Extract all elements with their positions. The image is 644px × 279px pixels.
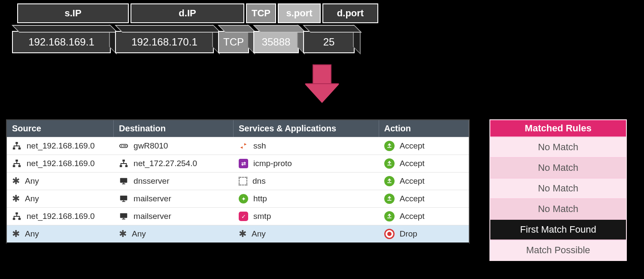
rule-row[interactable]: ✱Any✱Any✱AnyDrop (7, 225, 469, 243)
value-dip: 192.168.170.1 (115, 31, 214, 53)
rule-row[interactable]: net_192.168.169.0mailserver✓smtpAccept (7, 207, 469, 225)
svg-rect-21 (120, 213, 128, 218)
network-icon (119, 159, 128, 168)
svc-text: icmp-proto (253, 159, 292, 168)
http-icon: ✦ (239, 194, 248, 203)
accept-icon (384, 141, 395, 151)
dst-text: mailserver (134, 194, 171, 203)
any-icon: ✱ (239, 229, 246, 239)
svg-rect-18 (15, 212, 18, 215)
matched-title: Matched Rules (490, 120, 626, 136)
value-proto: TCP (218, 31, 249, 53)
rule-row[interactable]: ✱AnydnsserverdnsAccept (7, 172, 469, 190)
any-icon: ✱ (12, 229, 20, 239)
svg-rect-8 (18, 165, 21, 167)
svg-rect-17 (123, 200, 124, 202)
col-service: Services & Applications (234, 120, 379, 137)
rules-header-row: Source Destination Services & Applicatio… (7, 120, 469, 137)
smtp-icon: ✓ (239, 212, 248, 221)
network-icon (12, 141, 21, 151)
svg-rect-2 (18, 148, 21, 150)
value-dport: 25 (303, 31, 355, 53)
accept-icon (384, 158, 395, 169)
header-dip: d.IP (131, 3, 244, 23)
action-text: Accept (400, 212, 425, 221)
accept-icon (384, 176, 395, 186)
action-text: Accept (400, 159, 425, 168)
svg-rect-15 (120, 196, 128, 200)
svg-rect-11 (125, 165, 128, 167)
dst-text: dnsserver (134, 176, 169, 186)
any-icon: ✱ (12, 176, 20, 186)
src-text: Any (25, 176, 39, 186)
matched-row: No Match (490, 136, 626, 157)
svg-rect-9 (122, 160, 125, 162)
matched-row: No Match (490, 198, 626, 219)
host-icon (119, 194, 128, 203)
rule-row[interactable]: net_192.168.169.0net_172.27.254.0⇄icmp-p… (7, 155, 469, 172)
action-text: Accept (400, 194, 425, 203)
value-sip: 192.168.169.1 (12, 31, 111, 53)
dns-icon (239, 177, 247, 185)
svg-rect-5 (123, 146, 126, 146)
packet-value-row: 192.168.169.1 192.168.170.1 TCP 35888 25 (12, 31, 640, 53)
svg-rect-10 (120, 165, 122, 167)
rule-row[interactable]: ✱Anymailserver✦httpAccept (7, 190, 469, 207)
action-text: Drop (400, 229, 417, 239)
host-icon (119, 212, 128, 221)
svg-rect-14 (123, 183, 124, 184)
svg-rect-19 (13, 218, 15, 220)
svc-text: smtp (253, 212, 271, 221)
host-icon (119, 176, 128, 186)
src-text: Any (25, 194, 39, 203)
drop-icon (384, 229, 395, 239)
svg-rect-6 (15, 160, 18, 162)
value-sport: 35888 (253, 31, 299, 53)
arrow-down-icon (305, 64, 339, 107)
dst-text: mailserver (134, 212, 171, 221)
matched-row: No Match (490, 157, 626, 178)
header-sip: s.IP (17, 3, 129, 23)
gateway-icon (119, 141, 128, 151)
action-text: Accept (400, 141, 425, 151)
firewall-rules-table: Source Destination Services & Applicatio… (6, 119, 470, 244)
header-proto: TCP (246, 3, 276, 23)
svg-rect-7 (13, 165, 15, 167)
rule-row[interactable]: net_192.168.169.0gwR8010sshAccept (7, 137, 469, 155)
matched-row: Match Possible (490, 240, 626, 260)
src-text: net_192.168.169.0 (27, 141, 95, 151)
svg-rect-1 (13, 148, 15, 150)
icmp-icon: ⇄ (239, 159, 248, 168)
header-sport: s.port (278, 3, 321, 23)
svc-text: Any (252, 229, 266, 239)
any-icon: ✱ (119, 229, 127, 239)
src-text: net_192.168.169.0 (27, 159, 95, 168)
svc-text: http (253, 194, 267, 203)
svg-rect-20 (18, 218, 21, 220)
col-dest: Destination (114, 120, 234, 137)
matched-row: No Match (490, 178, 626, 198)
accept-icon (384, 194, 395, 204)
network-icon (12, 159, 21, 168)
svg-rect-0 (15, 142, 18, 144)
any-icon: ✱ (12, 194, 20, 203)
matched-rules-panel: Matched Rules No MatchNo MatchNo MatchNo… (489, 119, 627, 261)
ssh-icon (239, 141, 248, 151)
action-text: Accept (400, 176, 425, 186)
dst-text: Any (132, 229, 146, 239)
accept-icon (384, 211, 395, 221)
col-action: Action (379, 120, 469, 137)
svc-text: ssh (253, 141, 266, 151)
dst-text: net_172.27.254.0 (134, 159, 197, 168)
header-dport: d.port (322, 3, 378, 23)
src-text: Any (25, 229, 39, 239)
matched-row: First Match Found (490, 219, 626, 240)
svg-point-4 (121, 146, 122, 147)
svg-rect-12 (120, 178, 128, 183)
packet-header-row: s.IP d.IP TCP s.port d.port (17, 3, 640, 23)
network-icon (12, 212, 21, 221)
src-text: net_192.168.169.0 (27, 212, 95, 221)
svg-rect-23 (123, 218, 124, 219)
dst-text: gwR8010 (134, 141, 168, 151)
col-source: Source (7, 120, 114, 137)
